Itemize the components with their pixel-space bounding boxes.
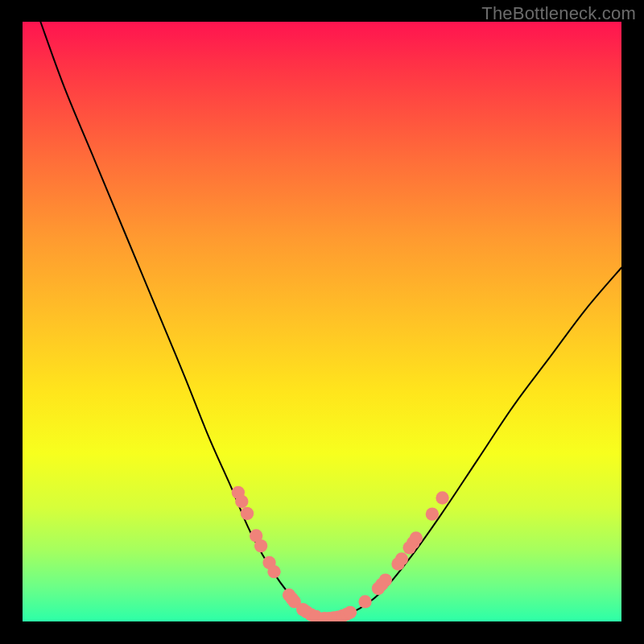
data-point xyxy=(241,507,254,520)
data-point xyxy=(395,552,408,565)
data-point xyxy=(344,606,357,619)
chart-svg xyxy=(23,22,621,621)
watermark-text: TheBottleneck.com xyxy=(481,3,636,24)
data-point xyxy=(379,573,392,586)
bead-group xyxy=(232,486,449,621)
bottleneck-curve xyxy=(40,22,322,618)
data-point xyxy=(436,491,448,504)
curve-group xyxy=(40,22,621,618)
data-point xyxy=(254,539,267,552)
data-point xyxy=(426,507,439,520)
bottleneck-curve xyxy=(322,267,621,618)
data-point xyxy=(410,531,423,544)
data-point xyxy=(235,495,248,508)
data-point xyxy=(358,595,371,608)
data-point xyxy=(267,565,280,578)
